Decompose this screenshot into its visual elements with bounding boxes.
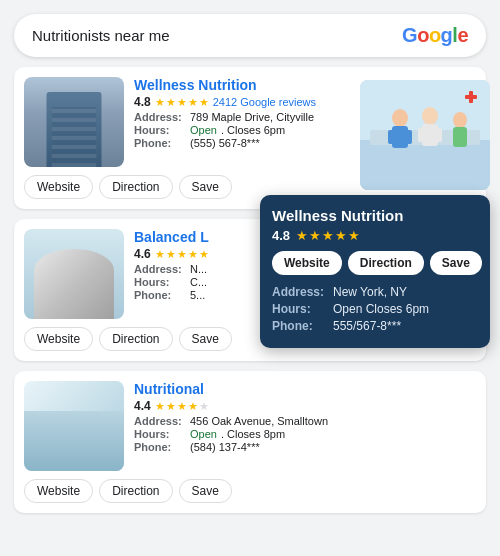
save-button-1[interactable]: Save	[179, 175, 232, 199]
popup-rating-row: 4.8 ★ ★ ★ ★ ★	[272, 228, 478, 243]
website-button-2[interactable]: Website	[24, 327, 93, 351]
main-container: Nutritionists near me Google Wellness Nu…	[0, 0, 500, 556]
address-value-2: N...	[190, 263, 207, 275]
phone-label-3: Phone:	[134, 441, 186, 453]
star-2-2: ★	[166, 248, 176, 261]
phone-row-3: Phone: (584) 137-4***	[134, 441, 476, 453]
phone-value-3: (584) 137-4***	[190, 441, 260, 453]
star-1-5: ★	[199, 96, 209, 109]
popup-save-button[interactable]: Save	[430, 251, 482, 275]
google-logo: Google	[402, 24, 468, 47]
star-3-5: ★	[199, 400, 209, 413]
result-image-1	[24, 77, 124, 167]
direction-button-3[interactable]: Direction	[99, 479, 172, 503]
logo-g: G	[402, 24, 417, 47]
secondary-image	[360, 80, 490, 190]
star-3-1: ★	[155, 400, 165, 413]
website-button-3[interactable]: Website	[24, 479, 93, 503]
phone-label-1: Phone:	[134, 137, 186, 149]
svg-point-3	[392, 109, 408, 127]
result-card-3: Nutritional 4.4 ★ ★ ★ ★ ★ Address:	[14, 371, 486, 513]
star-2-3: ★	[177, 248, 187, 261]
popup-action-buttons: Website Direction Save	[272, 251, 478, 275]
hours-close-3: . Closes 8pm	[221, 428, 285, 440]
phone-value-2: 5...	[190, 289, 205, 301]
popup-phone-value: 555/567-8***	[333, 319, 401, 333]
medical-scene-svg	[360, 80, 490, 190]
logo-o2: o	[429, 24, 441, 47]
star-1-2: ★	[166, 96, 176, 109]
popup-address-row: Address: New York, NY	[272, 285, 478, 299]
hours-label-2: Hours:	[134, 276, 186, 288]
action-buttons-3: Website Direction Save	[24, 479, 476, 503]
popup-hours-row: Hours: Open Closes 6pm	[272, 302, 478, 316]
hours-label-3: Hours:	[134, 428, 186, 440]
popup-phone-label: Phone:	[272, 319, 327, 333]
phone-label-2: Phone:	[134, 289, 186, 301]
direction-button-1[interactable]: Direction	[99, 175, 172, 199]
address-value-3: 456 Oak Avenue, Smalltown	[190, 415, 328, 427]
popup-card: Wellness Nutrition 4.8 ★ ★ ★ ★ ★ Website…	[260, 195, 490, 348]
popup-hours-label: Hours:	[272, 302, 327, 316]
popup-name: Wellness Nutrition	[272, 207, 478, 224]
save-button-2[interactable]: Save	[179, 327, 232, 351]
hours-row-3: Hours: Open. Closes 8pm	[134, 428, 476, 440]
popup-star-3: ★	[322, 228, 334, 243]
website-button-1[interactable]: Website	[24, 175, 93, 199]
address-label-1: Address:	[134, 111, 186, 123]
popup-star-1: ★	[296, 228, 308, 243]
stars-2: ★ ★ ★ ★ ★	[155, 248, 209, 261]
reviews-link-1[interactable]: 2412 Google reviews	[213, 96, 316, 108]
search-query: Nutritionists near me	[32, 27, 170, 44]
rating-row-3: 4.4 ★ ★ ★ ★ ★	[134, 399, 476, 413]
hours-open-3: Open	[190, 428, 217, 440]
result-info-3: Nutritional 4.4 ★ ★ ★ ★ ★ Address:	[134, 381, 476, 471]
star-1-1: ★	[155, 96, 165, 109]
svg-rect-10	[434, 128, 442, 142]
hours-label-1: Hours:	[134, 124, 186, 136]
popup-rating-num: 4.8	[272, 228, 290, 243]
popup-stars: ★ ★ ★ ★ ★	[296, 228, 360, 243]
medical-scene	[360, 80, 490, 190]
star-1-3: ★	[177, 96, 187, 109]
star-3-4: ★	[188, 400, 198, 413]
popup-hours-value: Open Closes 6pm	[333, 302, 429, 316]
popup-phone-row: Phone: 555/567-8***	[272, 319, 478, 333]
svg-point-7	[422, 107, 438, 125]
save-button-3[interactable]: Save	[179, 479, 232, 503]
address-row-3: Address: 456 Oak Avenue, Smalltown	[134, 415, 476, 427]
svg-rect-12	[453, 127, 467, 147]
stars-1: ★ ★ ★ ★ ★	[155, 96, 209, 109]
popup-star-4: ★	[335, 228, 347, 243]
logo-o1: o	[417, 24, 429, 47]
rating-num-2: 4.6	[134, 247, 151, 261]
result-image-3	[24, 381, 124, 471]
svg-rect-5	[388, 130, 396, 144]
star-1-4: ★	[188, 96, 198, 109]
result-name-3[interactable]: Nutritional	[134, 381, 476, 397]
address-label-2: Address:	[134, 263, 186, 275]
popup-star-5: ★	[348, 228, 360, 243]
svg-point-11	[453, 112, 467, 128]
hours-close-1: . Closes 6pm	[221, 124, 285, 136]
result-inner-3: Nutritional 4.4 ★ ★ ★ ★ ★ Address:	[24, 381, 476, 471]
svg-rect-6	[404, 130, 412, 144]
hours-open-1: Open	[190, 124, 217, 136]
rating-num-1: 4.8	[134, 95, 151, 109]
direction-button-2[interactable]: Direction	[99, 327, 172, 351]
star-2-1: ★	[155, 248, 165, 261]
svg-rect-14	[469, 91, 473, 103]
star-3-2: ★	[166, 400, 176, 413]
star-2-4: ★	[188, 248, 198, 261]
search-bar[interactable]: Nutritionists near me Google	[14, 14, 486, 57]
logo-e: e	[457, 24, 468, 47]
address-value-1: 789 Maple Drive, Cityville	[190, 111, 314, 123]
phone-value-1: (555) 567-8***	[190, 137, 260, 149]
popup-address-label: Address:	[272, 285, 327, 299]
star-2-5: ★	[199, 248, 209, 261]
address-label-3: Address:	[134, 415, 186, 427]
popup-address-value: New York, NY	[333, 285, 407, 299]
svg-rect-1	[360, 140, 490, 190]
popup-direction-button[interactable]: Direction	[348, 251, 424, 275]
popup-website-button[interactable]: Website	[272, 251, 342, 275]
